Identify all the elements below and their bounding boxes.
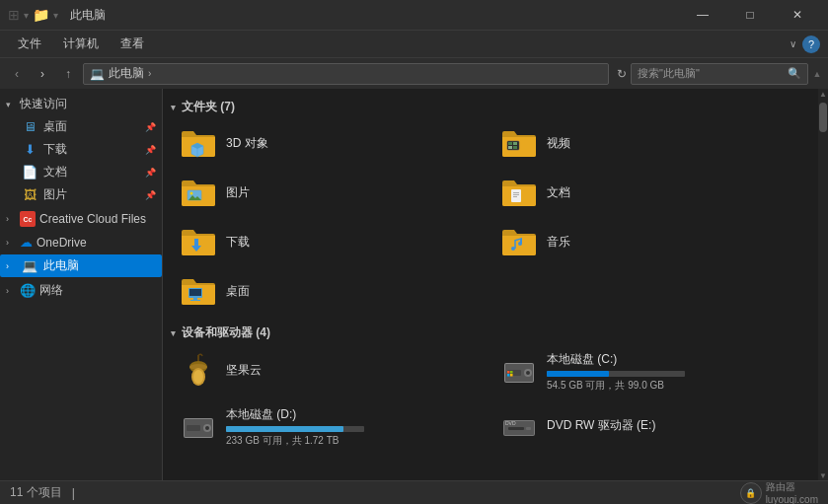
up-button[interactable]: ↑ [57,63,79,85]
sidebar-header-network[interactable]: › 🌐 网络 [0,279,162,302]
svg-rect-11 [511,189,521,202]
drives-section-header: ▾ 设备和驱动器 (4) [171,319,810,345]
cc-label: Creative Cloud Files [39,212,146,226]
drive-item-jg[interactable]: 坚果云 [171,345,489,398]
folder-docs-label: 文档 [547,184,570,201]
folder-music-label: 音乐 [547,234,570,251]
drive-d-name: 本地磁盘 (D:) [226,406,482,423]
scroll-up-btn[interactable]: ▲ [818,89,828,99]
folders-section-label: 文件夹 (7) [182,99,235,115]
quick-access-label: 快速访问 [20,96,67,112]
addr-label: 此电脑 [109,65,144,82]
sidebar-item-desktop[interactable]: 🖥 桌面 📌 [0,115,162,138]
search-icon[interactable]: 🔍 [788,67,801,80]
nut-svg [180,353,217,391]
scroll-down-btn[interactable]: ▼ [818,470,828,480]
status-count: 11 个项目 [10,484,62,501]
onedrive-label: OneDrive [37,236,87,250]
search-bar[interactable]: 搜索"此电脑" 🔍 [631,63,808,85]
docs-icon: 📄 [22,165,38,180]
folder-item-downloads[interactable]: 下载 [171,218,489,265]
drive-c-bar-fill [547,371,609,377]
svg-rect-35 [510,374,513,377]
network-label: 网络 [39,282,63,299]
menu-file[interactable]: 文件 [8,33,51,55]
svg-rect-4 [508,142,512,145]
svg-point-39 [205,426,209,430]
this-pc-chevron: › [6,261,16,271]
watermark-title: 路由器 [766,480,818,494]
sidebar-item-downloads[interactable]: ⬇ 下载 📌 [0,138,162,161]
sidebar-header-this-pc[interactable]: › 💻 此电脑 [0,254,162,277]
svg-rect-6 [508,146,512,149]
svg-rect-7 [513,146,517,149]
nav-bar: ‹ › ↑ 💻 此电脑 › ↻ 搜索"此电脑" 🔍 ▲ [0,57,828,89]
folder-item-video[interactable]: 视频 [491,119,810,167]
folder-item-desktop[interactable]: 桌面 [171,267,489,315]
drive-d-bar-bg [226,426,364,432]
sidebar-header-cc[interactable]: › Cc Creative Cloud Files [0,208,162,230]
folder-3d-svg [180,127,217,159]
pictures-icon: 🖼 [22,187,38,203]
svg-point-30 [526,371,530,375]
folders-chevron[interactable]: ▾ [171,103,176,112]
sidebar-item-docs[interactable]: 📄 文档 📌 [0,161,162,183]
scrollbar-track[interactable]: ▲ ▼ [818,89,828,480]
svg-rect-33 [510,371,513,374]
drive-item-e[interactable]: DVD DVD RW 驱动器 (E:) [491,400,810,454]
watermark-lock-icon: 🔒 [740,482,762,504]
folder-item-3d[interactable]: 3D 对象 [171,119,489,167]
main-layout: ▾ 快速访问 🖥 桌面 📌 ⬇ 下载 📌 📄 [0,89,828,480]
drive-icon-jg [179,352,218,392]
sidebar-header-onedrive[interactable]: › ☁ OneDrive [0,232,162,252]
svg-rect-44 [526,427,531,430]
computer-icon: 💻 [22,258,38,273]
drive-item-d[interactable]: 本地磁盘 (D:) 233 GB 可用，共 1.72 TB [171,400,489,454]
sidebar-section-creative-cloud: › Cc Creative Cloud Files [0,208,162,230]
folder-music-svg [500,226,538,257]
svg-point-25 [193,370,203,384]
folder-downloads-svg [180,226,217,257]
sidebar-item-desktop-label: 桌面 [43,118,67,135]
svg-rect-34 [507,374,510,377]
sidebar-item-pictures[interactable]: 🖼 图片 📌 [0,183,162,206]
pin-icon-docs: 📌 [145,168,156,178]
address-bar[interactable]: 💻 此电脑 › [83,63,609,85]
menu-chevron[interactable]: ∨ [790,38,796,49]
svg-rect-12 [513,192,519,193]
scrollbar-thumb[interactable] [819,103,827,132]
menu-computer[interactable]: 计算机 [53,33,109,55]
sidebar-section-this-pc: › 💻 此电脑 [0,254,162,277]
drives-chevron[interactable]: ▾ [171,328,176,338]
drive-c-info: 本地磁盘 (C:) 54.5 GB 可用，共 99.0 GB [547,351,802,393]
folder-item-pictures[interactable]: 图片 [171,169,489,216]
download-icon: ⬇ [22,142,38,158]
help-button[interactable]: ? [802,36,820,53]
sidebar-item-docs-label: 文档 [43,164,67,180]
scrollbar-up[interactable]: ▲ [812,69,822,79]
close-button[interactable]: ✕ [775,0,820,30]
watermark: 🔒 路由器 luyouqi.com [740,480,818,504]
content-area: ▾ 文件夹 (7) [163,89,818,480]
folder-icon-downloads [179,224,218,259]
title-bar: ⊞ ▾ 📁 ▾ 此电脑 — □ ✕ [0,0,828,30]
folder-item-music[interactable]: 音乐 [491,218,810,265]
title-bar-title: 此电脑 [70,7,106,24]
sidebar-header-quick-access[interactable]: ▾ 快速访问 [0,93,162,115]
cc-chevron: › [6,214,16,224]
minimize-button[interactable]: — [680,0,725,30]
title-bar-left: ⊞ ▾ 📁 ▾ 此电脑 [8,7,106,24]
this-pc-label: 此电脑 [43,257,79,274]
back-button[interactable]: ‹ [6,63,28,85]
forward-button[interactable]: › [32,63,53,85]
folder-item-docs[interactable]: 文档 [491,169,810,216]
folders-section-header: ▾ 文件夹 (7) [171,93,810,119]
folder-desktop-svg [180,275,217,307]
svg-rect-20 [193,298,197,300]
drive-item-c[interactable]: 本地磁盘 (C:) 54.5 GB 可用，共 99.0 GB [491,345,810,398]
svg-text:DVD: DVD [505,420,516,426]
search-placeholder: 搜索"此电脑" [638,66,784,81]
menu-view[interactable]: 查看 [111,33,154,55]
refresh-button[interactable]: ↻ [617,67,627,81]
maximize-button[interactable]: □ [727,0,773,30]
